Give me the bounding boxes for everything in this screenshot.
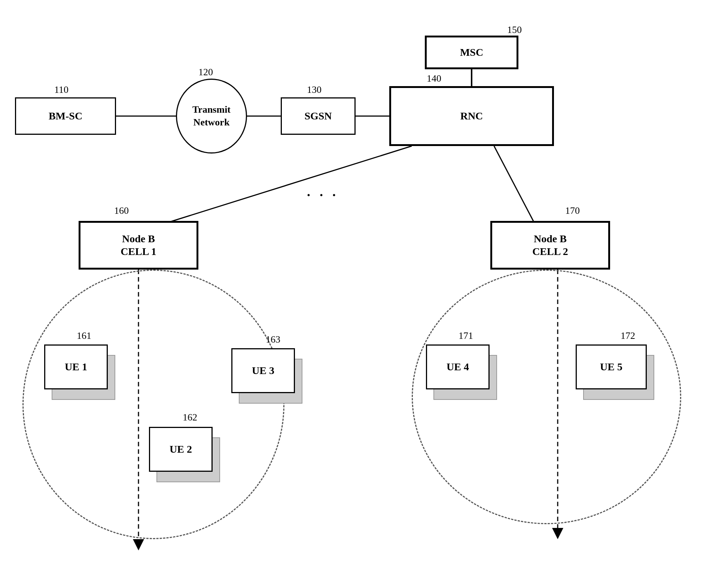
transmit-box: Transmit Network [176, 79, 247, 154]
msc-ref: 150 [507, 24, 522, 36]
ue1-ref: 161 [77, 330, 91, 341]
ue1-box: UE 1 [44, 344, 108, 389]
ue3-box: UE 3 [231, 348, 295, 393]
svg-marker-9 [552, 528, 563, 539]
ue4-ref: 171 [459, 330, 473, 341]
bmsc-ref: 110 [54, 84, 68, 95]
cell1-oval [22, 270, 284, 539]
ue5-ref: 172 [621, 330, 635, 341]
ue4-box: UE 4 [426, 344, 490, 389]
ue2-box: UE 2 [149, 427, 213, 472]
sgsn-ref: 130 [307, 84, 322, 95]
svg-line-5 [494, 146, 535, 225]
nodeb1-ref: 160 [114, 205, 129, 216]
transmit-ref: 120 [198, 67, 213, 78]
sgsn-box: SGSN [281, 97, 356, 135]
diagram: MSC 150 BM-SC 110 Transmit Network 120 S… [0, 0, 728, 568]
svg-line-4 [161, 146, 412, 225]
dots-label: · · · [307, 187, 339, 203]
nodeb1-box: Node B CELL 1 [79, 221, 198, 270]
rnc-ref: 140 [427, 73, 441, 84]
msc-box: MSC [425, 36, 518, 69]
ue3-ref: 163 [266, 334, 280, 345]
nodeb2-ref: 170 [565, 205, 580, 216]
rnc-box: RNC [389, 86, 554, 146]
nodeb2-box: Node B CELL 2 [490, 221, 610, 270]
ue2-ref: 162 [183, 412, 197, 423]
ue5-box: UE 5 [576, 344, 647, 389]
bmsc-box: BM-SC [15, 97, 116, 135]
svg-marker-7 [133, 539, 144, 550]
